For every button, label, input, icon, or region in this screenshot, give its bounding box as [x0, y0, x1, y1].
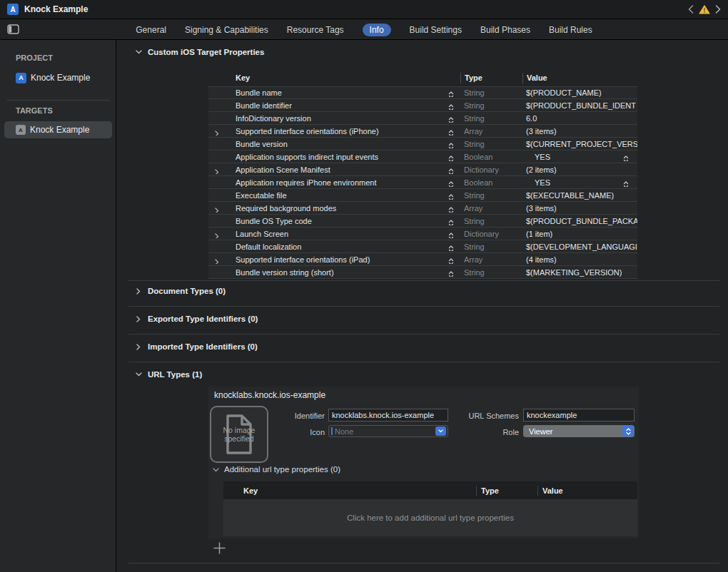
property-row[interactable]: Default localizationString$(DEVELOPMENT_… [208, 240, 637, 253]
property-row[interactable]: InfoDictionary versionString6.0 [208, 112, 637, 125]
imported-type-identifiers-title: Imported Type Identifiers (0) [148, 342, 258, 351]
property-row[interactable]: Bundle version string (short)String$(MAR… [208, 266, 637, 279]
property-row[interactable]: Required background modesArray(3 items) [208, 202, 637, 215]
url-schemes-field[interactable] [523, 409, 635, 422]
property-row[interactable]: Supported interface orientations (iPhone… [208, 125, 637, 138]
chevron-right-icon[interactable] [135, 344, 142, 350]
tab-build-settings[interactable]: Build Settings [410, 24, 462, 36]
property-value-label: $(PRODUCT_BUNDLE_IDENT [526, 101, 636, 110]
property-value-cell: $(MARKETING_VERSION) [522, 268, 637, 277]
property-key-cell: Supported interface orientations (iPhone… [208, 127, 460, 136]
value-popup-stepper-icon[interactable] [623, 180, 629, 187]
disclosure-chevron-icon[interactable] [215, 259, 219, 264]
stepper-icon[interactable] [448, 270, 454, 277]
property-row[interactable]: Launch ScreenDictionary(1 item) [208, 228, 637, 240]
combo-dropdown-icon[interactable] [435, 427, 446, 436]
section-exported-type-identifiers[interactable]: Exported Type Identifiers (0) [135, 315, 258, 323]
icon-combo-box[interactable]: None [328, 425, 448, 437]
property-type-cell: String [460, 217, 522, 225]
project-icon: A [16, 73, 26, 83]
tab-build-rules[interactable]: Build Rules [549, 24, 592, 36]
additional-props-title: Additional url type properties (0) [224, 465, 340, 474]
stepper-icon[interactable] [448, 168, 454, 174]
stepper-icon[interactable] [448, 180, 454, 187]
property-key-cell: Bundle version string (short) [208, 268, 460, 277]
stepper-icon[interactable] [448, 206, 454, 213]
disclosure-chevron-icon[interactable] [215, 169, 219, 174]
property-row[interactable]: Supported interface orientations (iPad)A… [208, 253, 637, 266]
chevron-right-icon[interactable] [135, 316, 142, 322]
property-value-label: $(CURRENT_PROJECT_VERS [526, 140, 637, 148]
stepper-icon[interactable] [448, 91, 454, 97]
tab-build-phases[interactable]: Build Phases [480, 24, 530, 36]
image-placeholder-text: No image specified [219, 426, 259, 443]
project-section-header: PROJECT [16, 53, 53, 62]
property-key-cell: Supported interface orientations (iPad) [208, 255, 460, 264]
property-value-cell: (4 items) [522, 255, 637, 264]
property-row[interactable]: Bundle versionString$(CURRENT_PROJECT_VE… [208, 138, 637, 150]
chevron-down-icon[interactable] [135, 50, 142, 54]
property-value-cell: (1 item) [522, 230, 637, 238]
property-row[interactable]: Application supports indirect input even… [208, 150, 637, 163]
section-url-types[interactable]: URL Types (1) [135, 370, 202, 379]
property-key-cell: Launch Screen [208, 230, 460, 238]
additional-props-table: Key Type Value Click here to add additio… [223, 481, 637, 536]
role-popup-button[interactable]: Viewer [523, 425, 635, 437]
value-popup-stepper-icon[interactable] [623, 155, 629, 161]
disclosure-chevron-icon[interactable] [215, 208, 219, 213]
icon-combo-value: None [335, 427, 435, 436]
custom-props-section-header[interactable]: Custom iOS Target Properties [135, 48, 264, 56]
section-document-types[interactable]: Document Types (0) [135, 287, 226, 295]
stepper-icon[interactable] [448, 193, 454, 200]
tab-info[interactable]: Info [363, 24, 391, 36]
stepper-icon[interactable] [448, 103, 454, 110]
add-url-type-button[interactable] [212, 541, 226, 555]
chevron-down-icon[interactable] [213, 465, 219, 474]
chevron-down-icon[interactable] [135, 372, 142, 377]
chevron-right-icon[interactable] [135, 288, 142, 295]
disclosure-chevron-icon[interactable] [215, 131, 219, 136]
property-type-cell: String [460, 101, 522, 110]
property-row[interactable]: Bundle identifierString$(PRODUCT_BUNDLE_… [208, 99, 637, 112]
property-type-cell: Boolean [460, 153, 522, 161]
column-header-value: Value [537, 486, 637, 496]
identifier-field[interactable] [328, 409, 448, 422]
back-chevron-icon[interactable] [688, 5, 694, 14]
props-table-rows: Bundle nameString$(PRODUCT_NAME)Bundle i… [208, 86, 637, 279]
warning-icon[interactable] [699, 5, 710, 14]
property-row[interactable]: Bundle nameString$(PRODUCT_NAME) [208, 86, 637, 99]
property-row[interactable]: Application requires iPhone environmentB… [208, 176, 637, 189]
url-type-image-well[interactable]: No image specified [210, 406, 268, 463]
stepper-icon[interactable] [448, 257, 454, 264]
tab-signing-capabilities[interactable]: Signing & Capabilities [185, 24, 268, 36]
text-caret [331, 427, 333, 435]
property-type-cell: Array [460, 127, 522, 136]
property-value-cell: (2 items) [522, 165, 637, 174]
property-value-cell[interactable]: YES [522, 153, 637, 161]
property-row[interactable]: Application Scene ManifestDictionary(2 i… [208, 163, 637, 176]
section-separator [128, 280, 719, 281]
property-type-cell: String [460, 191, 522, 200]
forward-chevron-icon[interactable] [715, 5, 721, 14]
stepper-icon[interactable] [448, 245, 454, 251]
stepper-icon[interactable] [448, 232, 454, 238]
stepper-icon[interactable] [448, 142, 454, 148]
property-type-cell: String [460, 268, 522, 277]
sidebar-item-target[interactable]: A Knock Example [4, 121, 112, 138]
additional-props-header[interactable]: Additional url type properties (0) [213, 465, 340, 474]
stepper-icon[interactable] [448, 219, 454, 225]
boolean-value-label: YES [535, 178, 550, 187]
stepper-icon[interactable] [448, 155, 454, 161]
property-value-cell[interactable]: YES [522, 178, 637, 187]
section-imported-type-identifiers[interactable]: Imported Type Identifiers (0) [135, 342, 258, 351]
property-value-label: $(MARKETING_VERSION) [526, 268, 622, 277]
tab-general[interactable]: General [136, 24, 166, 36]
sidebar-item-project[interactable]: A Knock Example [4, 69, 112, 86]
tab-resource-tags[interactable]: Resource Tags [287, 24, 344, 36]
property-row[interactable]: Executable fileString$(EXECUTABLE_NAME) [208, 189, 637, 202]
stepper-icon[interactable] [448, 116, 454, 123]
disclosure-chevron-icon[interactable] [215, 233, 219, 238]
stepper-icon[interactable] [448, 129, 454, 136]
additional-props-empty-row[interactable]: Click here to add additional url type pr… [223, 499, 637, 536]
property-row[interactable]: Bundle OS Type codeString$(PRODUCT_BUNDL… [208, 215, 637, 228]
